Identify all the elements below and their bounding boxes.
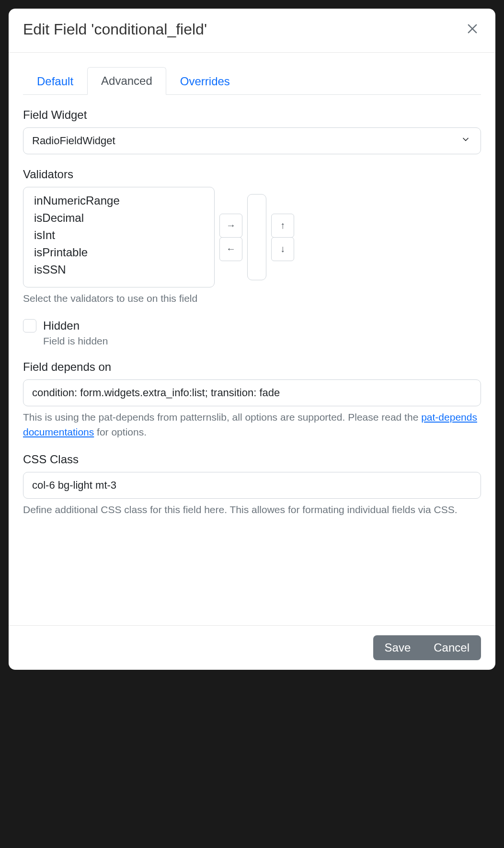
arrow-right-icon: → — [226, 220, 236, 231]
tab-default[interactable]: Default — [23, 67, 87, 95]
css-class-label: CSS Class — [23, 453, 481, 466]
validators-label: Validators — [23, 168, 481, 181]
move-down-button[interactable]: ↓ — [271, 237, 294, 261]
css-class-help: Define additional CSS class for this fie… — [23, 503, 481, 517]
depends-on-help-post: for options. — [94, 426, 147, 437]
css-class-group: CSS Class Define additional CSS class fo… — [23, 453, 481, 517]
save-button[interactable]: Save — [373, 635, 423, 660]
validator-option[interactable]: isDecimal — [23, 209, 214, 227]
modal-title: Edit Field 'conditional_field' — [23, 21, 207, 38]
validator-option[interactable]: inNumericRange — [23, 192, 214, 209]
depends-on-input[interactable] — [23, 379, 481, 406]
arrow-up-icon: ↑ — [280, 220, 285, 231]
move-up-button[interactable]: ↑ — [271, 214, 294, 238]
move-left-button[interactable]: ← — [219, 237, 242, 261]
arrow-down-icon: ↓ — [280, 243, 285, 254]
tab-overrides[interactable]: Overrides — [166, 67, 244, 95]
field-widget-group: Field Widget — [23, 108, 481, 154]
modal-body: Default Advanced Overrides Field Widget … — [9, 53, 495, 625]
close-icon — [466, 22, 479, 37]
move-left-right-col: → ← — [219, 214, 242, 261]
field-widget-select[interactable] — [23, 127, 481, 154]
validators-group: Validators inNumericRange isDecimal isIn… — [23, 168, 481, 306]
move-up-down-col: ↑ ↓ — [271, 214, 294, 261]
edit-field-modal: Edit Field 'conditional_field' Default A… — [9, 9, 495, 670]
depends-on-group: Field depends on This is using the pat-d… — [23, 360, 481, 439]
modal-footer: Save Cancel — [9, 625, 495, 670]
validator-option[interactable]: isSSN — [23, 261, 214, 278]
move-right-button[interactable]: → — [219, 214, 242, 238]
validator-option[interactable]: isInt — [23, 227, 214, 244]
tab-advanced[interactable]: Advanced — [87, 67, 166, 95]
validators-selected-list[interactable] — [247, 194, 266, 280]
depends-on-label: Field depends on — [23, 360, 481, 374]
css-class-input[interactable] — [23, 472, 481, 499]
arrow-left-icon: ← — [226, 243, 236, 254]
field-widget-label: Field Widget — [23, 108, 481, 122]
close-button[interactable] — [464, 20, 481, 39]
hidden-sublabel: Field is hidden — [43, 335, 481, 347]
tabs: Default Advanced Overrides — [23, 67, 481, 95]
hidden-checkbox[interactable] — [23, 319, 36, 332]
modal-header: Edit Field 'conditional_field' — [9, 9, 495, 53]
hidden-label: Hidden — [43, 319, 80, 332]
depends-on-help-pre: This is using the pat-depends from patte… — [23, 412, 421, 423]
validators-help: Select the validators to use on this fie… — [23, 291, 481, 306]
hidden-group: Hidden Field is hidden — [23, 319, 481, 347]
cancel-button[interactable]: Cancel — [422, 635, 481, 660]
validators-row: inNumericRange isDecimal isInt isPrintab… — [23, 187, 481, 287]
depends-on-help: This is using the pat-depends from patte… — [23, 410, 481, 439]
validators-available-list[interactable]: inNumericRange isDecimal isInt isPrintab… — [23, 187, 215, 287]
validator-option[interactable]: isPrintable — [23, 244, 214, 261]
field-widget-select-wrap — [23, 127, 481, 154]
